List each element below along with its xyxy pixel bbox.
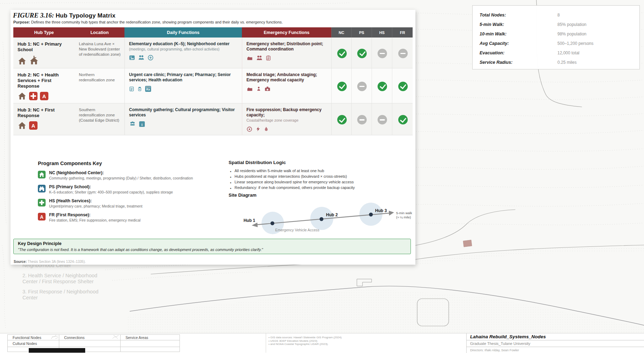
status-dot <box>398 115 408 124</box>
clipboard-icon <box>266 55 271 61</box>
fr-flame-icon: A <box>38 213 46 220</box>
status-dot <box>357 115 367 124</box>
map-sheet: Neighborhood Center 2. Health Service / … <box>0 0 644 353</box>
status-dot <box>398 82 408 91</box>
walk-label-line2: (≈ ¼ mile) <box>396 215 411 219</box>
col-header-location: Location <box>75 27 124 38</box>
figure-purpose: Purpose: Defines the three community hub… <box>13 20 283 24</box>
key-item-fr: A FR (First Response): Fire station, EMS… <box>38 212 213 222</box>
table-row-2-nc-status <box>331 68 351 103</box>
status-dot <box>337 49 347 58</box>
col-header-hs: HS <box>372 27 392 38</box>
target-icon <box>246 126 252 132</box>
building-board-icon <box>129 55 135 61</box>
table-row-2-hub: Hub 2: NC + Health Services + First Resp… <box>13 68 75 103</box>
shelter-icon <box>246 55 253 61</box>
table-row-1-hub: Hub 1: NC + Primary School <box>13 38 75 68</box>
plus-circle-icon <box>148 55 154 61</box>
spatial-bullet: Linear sequence along boulevard spine fo… <box>230 179 404 185</box>
spatial-distribution-logic: Spatial Distribution Logic All residents… <box>229 160 404 190</box>
status-dot <box>337 115 347 124</box>
table-row-3-emergency: Fire suppression; Backup emergency capac… <box>242 103 331 135</box>
legend-sketch-icon <box>50 334 59 340</box>
figure-name: Hub Typology Matrix <box>56 12 116 19</box>
legend-cultural-nodes: Cultural Nodes <box>8 340 59 347</box>
table-row-1-ps-status <box>351 38 372 68</box>
table-row-3-hub: Hub 3: NC + First Response A <box>13 103 75 135</box>
first-response-icon: A <box>29 121 38 130</box>
lightning-icon <box>256 126 260 132</box>
table-row-1-emergency: Emergency shelter; Distribution point; C… <box>242 38 331 68</box>
status-dot <box>398 49 408 58</box>
key-item-nc: NC (Neighborhood Center): Community gath… <box>38 170 213 180</box>
person-icon <box>256 86 261 92</box>
hub-typology-table: Hub Type Location Daily Functions Emerge… <box>13 27 413 135</box>
hs-cross-icon <box>38 199 46 206</box>
key-title: Program Components Key <box>38 161 213 166</box>
table-row-3-ps-status <box>351 103 372 135</box>
footer-divider <box>266 333 266 353</box>
table-row-2-ps-status <box>351 68 372 103</box>
status-dot <box>378 49 387 58</box>
table-row-1-fr-status <box>392 38 413 68</box>
people-icon <box>256 55 263 61</box>
legend-empty-cell <box>59 340 121 347</box>
pill-bottle-icon <box>137 86 142 92</box>
first-response-icon: A <box>40 92 48 100</box>
ghost-item-3: 3. First Response / Neighborhood Center <box>22 289 104 301</box>
flame-icon <box>264 126 269 132</box>
key-design-principle-box: Key Design Principle "The configuration … <box>13 239 411 254</box>
stat-5min-walk: 5-min Walk: 85% population <box>480 20 632 29</box>
svg-text:Rx: Rx <box>146 88 150 91</box>
svg-text:A: A <box>40 215 43 220</box>
sheet-footer: Functional Nodes Connections Service Are… <box>0 333 644 353</box>
spatial-bullet: Redundancy: if one hub compromised, othe… <box>230 185 404 190</box>
house-icon <box>18 92 27 100</box>
clipboard-icon <box>129 86 134 92</box>
table-row-1-daily: Elementary education (K–5); Neighborhood… <box>124 38 242 68</box>
rx-icon: Rx <box>145 86 151 92</box>
stat-total-nodes: Total Nodes: 8 <box>480 10 632 20</box>
table-row-2-emergency: Medical triage; Ambulance staging; Emerg… <box>242 68 331 103</box>
table-row-3-hs-status <box>372 103 392 135</box>
stat-10min-walk: 10-min Walk: 98% population <box>480 29 632 39</box>
project-title: Lahaina Rebuild_Systems_Nodes <box>467 333 644 340</box>
info-icon: i <box>139 121 145 127</box>
key-item-hs: HS (Health Services): Urgent/primary car… <box>38 198 213 208</box>
table-row-3-location: Southern redensification zone (Coastal E… <box>75 103 124 135</box>
svg-text:i: i <box>142 122 143 126</box>
school-icon <box>29 55 39 65</box>
key-item-ps: PS (Primary School): K–5 education; Shel… <box>38 184 213 194</box>
stat-service-radius: Service Radius: 0.25 miles <box>480 57 632 67</box>
table-row-2-daily: Urgent care clinic; Primary care; Pharma… <box>124 68 242 103</box>
spatial-bullet: Hubs positioned at major intersections (… <box>230 174 404 179</box>
status-dot <box>357 82 367 91</box>
evacuation-route-label: Emergency Vehicle Access <box>275 228 319 232</box>
table-row-1-hs-status <box>372 38 392 68</box>
ghost-item-2: 2. Health Service / Neighborhood Center … <box>22 273 104 285</box>
legend-empty-cell <box>121 340 179 347</box>
shelter-icon <box>246 86 253 92</box>
svg-text:A: A <box>32 123 35 129</box>
stat-avg-capacity: Avg Capacity: 500–1,200 persons <box>480 39 632 48</box>
table-row-2-fr-status <box>392 68 413 103</box>
house-icon <box>18 57 27 65</box>
nc-house-icon <box>38 171 46 178</box>
hub1-label: Hub 1 <box>244 218 256 223</box>
col-header-ps: PS <box>351 27 372 38</box>
col-header-fr: FR <box>392 27 413 38</box>
walk-label-line1: 5-min walk <box>396 211 412 215</box>
legend-black-swatch <box>29 348 85 353</box>
people-icon <box>138 55 144 61</box>
spatial-bullets: All residents within 5-minute walk of at… <box>230 168 404 190</box>
table-row-1-nc-status <box>331 38 351 68</box>
legend-sketch-icon <box>111 334 120 340</box>
table-row-1-location: Lahaina Luna Ave × New Boulevard (center… <box>75 38 124 68</box>
program-components-key: Program Components Key NC (Neighborhood … <box>38 161 213 226</box>
group-icon <box>129 121 136 127</box>
site-diagram: Hub 1 Hub 2 Hub 3 5-min walk (≈ ¼ mile) … <box>231 197 413 235</box>
map-ghost-list: Neighborhood Center 2. Health Service / … <box>22 263 104 305</box>
title-block: Lahaina Rebuild_Systems_Nodes Graduate T… <box>466 333 644 353</box>
spatial-title: Spatial Distribution Logic <box>229 160 404 165</box>
figure-panel: FIGURE 3.16: Hub Typology Matrix Purpose… <box>11 10 415 265</box>
